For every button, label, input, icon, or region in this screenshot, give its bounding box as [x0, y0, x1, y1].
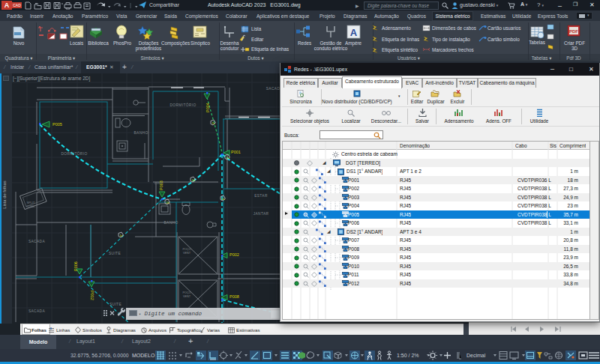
svg-text:P008: P008 [230, 294, 239, 299]
svg-text:1d: 1d [192, 178, 195, 182]
svg-text:Decimal: Decimal [466, 353, 486, 358]
svg-text:P006: P006 [74, 261, 78, 271]
svg-text:P001: P001 [231, 150, 241, 154]
svg-text:SACADA: SACADA [28, 309, 46, 313]
svg-text:JANTAR: JANTAR [254, 212, 269, 216]
svg-text:VENT: VENT [183, 252, 191, 255]
svg-text:VENT: VENT [183, 295, 191, 298]
svg-text:SPLIT: SPLIT [27, 201, 35, 204]
svg-text:1a: 1a [226, 156, 230, 160]
svg-text:POÇO: POÇO [182, 291, 190, 294]
svg-text:DORMITÓRIO: DORMITÓRIO [61, 151, 87, 156]
svg-text:SACADA: SACADA [28, 240, 46, 243]
svg-text:DORMITÓRIO: DORMITÓRIO [170, 103, 196, 107]
svg-text:PDF: PDF [569, 29, 578, 34]
svg-text:1c: 1c [212, 121, 215, 125]
svg-text:2a: 2a [222, 197, 226, 201]
svg-text:P012: P012 [90, 291, 94, 300]
svg-text:COND.: COND. [26, 205, 35, 208]
svg-text:SUITE: SUITE [110, 303, 122, 306]
svg-text:A: A [350, 27, 358, 38]
svg-text:CIRC.: CIRC. [154, 181, 164, 185]
svg-text:SACAD: SACAD [266, 87, 280, 91]
svg-text:BANHO: BANHO [134, 131, 148, 135]
svg-text:P005: P005 [52, 122, 62, 127]
svg-text:BANHO: BANHO [164, 221, 178, 225]
svg-text:1b: 1b [166, 201, 170, 204]
svg-text:P002: P002 [230, 252, 239, 257]
svg-text:POÇO: POÇO [182, 248, 190, 251]
svg-text:1e: 1e [120, 234, 124, 237]
svg-text:SUITE: SUITE [109, 252, 121, 255]
svg-text:P004: P004 [206, 103, 210, 112]
svg-text:1:50 / 2%: 1:50 / 2% [397, 353, 419, 358]
svg-text:ESTAR: ESTAR [254, 194, 268, 198]
